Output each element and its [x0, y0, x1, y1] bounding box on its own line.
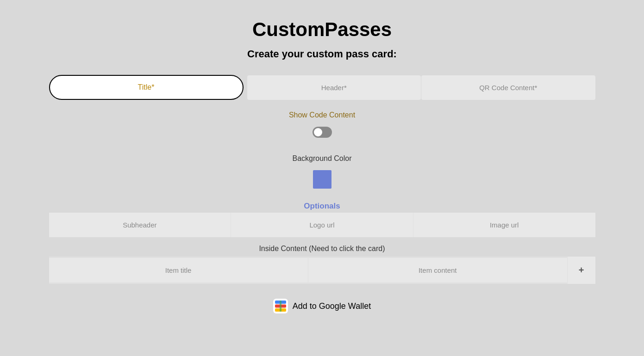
add-to-wallet-button[interactable]: Add to Google Wallet [264, 293, 380, 319]
inside-content-row: + [49, 257, 595, 284]
add-item-button[interactable]: + [568, 257, 595, 284]
image-url-input[interactable] [413, 213, 595, 237]
qr-code-input[interactable] [421, 75, 595, 100]
header-input[interactable] [247, 75, 421, 100]
top-row [49, 75, 595, 100]
bg-color-swatch[interactable] [313, 170, 331, 189]
logo-url-input[interactable] [231, 213, 413, 237]
wallet-icon [273, 299, 288, 313]
wallet-button-label: Add to Google Wallet [293, 301, 371, 311]
app-subtitle: Create your custom pass card: [247, 48, 397, 60]
show-code-label: Show Code Content [289, 111, 355, 119]
app-title: CustomPasses [252, 18, 392, 41]
optionals-label: Optionals [49, 202, 595, 211]
item-content-input[interactable] [308, 258, 567, 282]
show-code-toggle[interactable] [313, 127, 332, 138]
bg-color-label: Background Color [292, 154, 351, 163]
subheader-input[interactable] [49, 213, 231, 237]
svg-rect-4 [280, 301, 281, 312]
title-input[interactable] [49, 75, 244, 100]
top-right-fields [247, 75, 595, 100]
item-title-input[interactable] [49, 258, 308, 282]
color-swatch-container [313, 170, 331, 189]
optional-fields-row [49, 213, 595, 237]
bg-color-section: Background Color [49, 145, 595, 196]
form-container: Show Code Content Background Color Optio… [49, 75, 595, 319]
toggle-container [313, 127, 332, 138]
inside-content-label: Inside Content (Need to click the card) [49, 245, 595, 253]
show-code-section: Show Code Content [49, 102, 595, 145]
